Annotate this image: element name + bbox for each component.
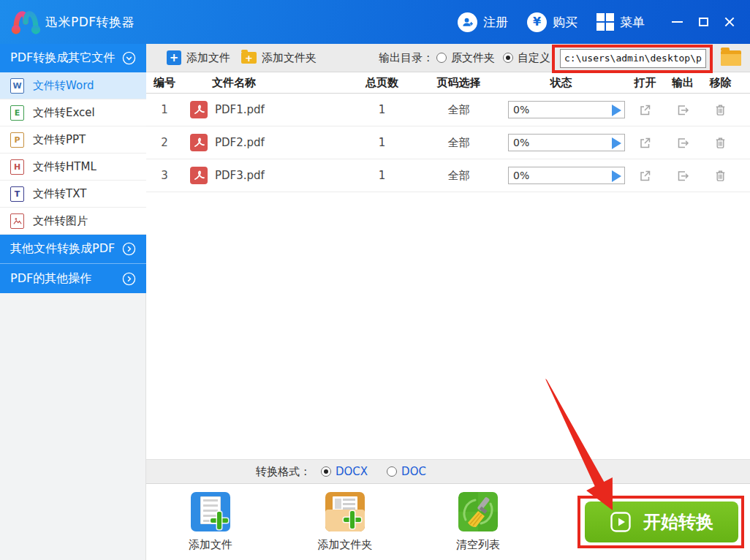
sidebar-section-pdf-to-other[interactable]: PDF转换成其它文件: [0, 44, 146, 72]
yen-icon: ¥: [527, 12, 547, 32]
open-output-icon[interactable]: [676, 169, 690, 183]
toolbar: + 添加文件 + 添加文件夹 输出目录： 原文件夹 自定义: [146, 44, 750, 72]
page-range[interactable]: 全部: [420, 169, 497, 183]
register-user-icon: [458, 12, 477, 32]
sidebar-item-pdf-to-excel[interactable]: E 文件转Excel: [0, 99, 146, 126]
buy-label: 购买: [553, 14, 577, 31]
play-icon[interactable]: [612, 170, 621, 182]
menu-button[interactable]: 菜单: [596, 13, 645, 31]
open-file-icon[interactable]: [638, 136, 652, 150]
maximize-button[interactable]: [690, 10, 716, 34]
output-dir-label: 输出目录：: [379, 51, 433, 65]
add-folder-big-button[interactable]: 添加文件夹: [301, 492, 389, 552]
docx-label: DOCX: [336, 465, 368, 478]
pdf-file-icon: [190, 134, 208, 151]
add-file-icon: +: [167, 50, 181, 65]
col-name: 文件名称: [183, 76, 344, 90]
table-row: 2 PDF2.pdf 1 全部 0%: [146, 126, 750, 159]
radio-icon[interactable]: [321, 466, 331, 477]
txt-file-icon: T: [10, 186, 24, 202]
close-button[interactable]: [716, 10, 743, 34]
radio-icon[interactable]: [387, 466, 397, 477]
progress-value: 0%: [513, 170, 529, 181]
delete-trash-icon[interactable]: [713, 136, 727, 150]
radio-custom-label: 自定义: [518, 51, 550, 65]
open-file-icon[interactable]: [638, 169, 652, 183]
section-label: PDF的其他操作: [10, 271, 91, 287]
excel-file-icon: E: [10, 105, 24, 121]
register-button[interactable]: 注册: [458, 12, 508, 32]
play-icon[interactable]: [612, 105, 621, 116]
register-label: 注册: [483, 14, 508, 31]
add-file-big-icon: [191, 492, 230, 531]
progress-bar: 0%: [508, 167, 625, 184]
chevron-right-circle-icon: [122, 242, 136, 256]
sidebar-section-pdf-other-ops[interactable]: PDF的其他操作: [0, 264, 146, 293]
output-path-input[interactable]: [560, 49, 706, 68]
radio-custom-folder[interactable]: 自定义: [503, 51, 550, 65]
add-file-button[interactable]: + 添加文件: [167, 50, 230, 65]
file-name: PDF1.pdf: [215, 103, 344, 116]
item-label: 文件转TXT: [33, 187, 86, 201]
sidebar-item-pdf-to-ppt[interactable]: P 文件转PPT: [0, 126, 146, 154]
chevron-right-circle-icon: [122, 272, 136, 286]
sidebar-item-pdf-to-word[interactable]: W 文件转Word: [0, 72, 146, 99]
minimize-button[interactable]: [664, 10, 690, 34]
play-icon[interactable]: [612, 137, 621, 149]
buy-button[interactable]: ¥ 购买: [527, 12, 577, 32]
item-label: 文件转Excel: [33, 106, 95, 120]
progress-bar: 0%: [508, 134, 625, 151]
sidebar-item-pdf-to-txt[interactable]: T 文件转TXT: [0, 181, 146, 208]
sidebar-item-pdf-to-html[interactable]: H 文件转HTML: [0, 154, 146, 181]
start-convert-button[interactable]: 开始转换: [585, 502, 738, 542]
col-output: 输出: [665, 76, 700, 90]
page-range[interactable]: 全部: [420, 136, 497, 150]
col-open: 打开: [625, 76, 665, 90]
app-title: 迅米PDF转换器: [45, 0, 135, 44]
add-folder-big-icon: [325, 492, 365, 531]
section-label: 其他文件转换成PDF: [10, 241, 115, 257]
row-number: 2: [146, 136, 183, 149]
sidebar-section-other-to-pdf[interactable]: 其他文件转换成PDF: [0, 235, 146, 264]
delete-trash-icon[interactable]: [713, 103, 727, 117]
sidebar-items: W 文件转Word E 文件转Excel P 文件转PPT H 文件转HTML …: [0, 72, 146, 235]
item-label: 文件转Word: [33, 79, 94, 93]
titlebar: 迅米PDF转换器 注册 ¥ 购买: [0, 0, 750, 44]
radio-original-folder[interactable]: 原文件夹: [436, 51, 495, 65]
chevron-down-circle-icon: [122, 51, 136, 65]
add-folder-big-label: 添加文件夹: [318, 538, 373, 552]
html-file-icon: H: [10, 159, 24, 175]
row-number: 3: [146, 169, 183, 182]
radio-docx[interactable]: DOCX: [321, 465, 368, 478]
open-file-icon[interactable]: [638, 103, 652, 117]
file-table: 编号 文件名称 总页数 页码选择 状态 打开 输出 移除 1 PDF1.pdf …: [146, 72, 750, 192]
radio-doc[interactable]: DOC: [387, 465, 426, 478]
browse-folder-icon[interactable]: [721, 50, 741, 66]
col-num: 编号: [146, 76, 183, 90]
file-name: PDF3.pdf: [215, 169, 344, 182]
format-bar: 转换格式： DOCX DOC: [146, 459, 750, 484]
progress-value: 0%: [513, 104, 529, 116]
clear-list-button[interactable]: 清空列表: [434, 492, 522, 552]
app-window: 迅米PDF转换器 注册 ¥ 购买: [0, 0, 750, 560]
open-output-icon[interactable]: [676, 103, 690, 117]
menu-grid-icon: [596, 13, 614, 31]
delete-trash-icon[interactable]: [713, 169, 727, 183]
add-file-big-button[interactable]: 添加文件: [167, 492, 254, 552]
table-header: 编号 文件名称 总页数 页码选择 状态 打开 输出 移除: [146, 72, 750, 94]
menu-label: 菜单: [620, 14, 645, 31]
radio-icon[interactable]: [436, 53, 447, 63]
pdf-file-icon: [190, 167, 208, 184]
word-file-icon: W: [10, 78, 24, 94]
open-output-icon[interactable]: [676, 136, 690, 150]
page-range[interactable]: 全部: [420, 103, 497, 117]
doc-label: DOC: [401, 465, 426, 478]
col-remove: 移除: [700, 76, 740, 90]
item-label: 文件转HTML: [33, 160, 96, 174]
sidebar-item-pdf-to-image[interactable]: 文件转图片: [0, 208, 146, 235]
radio-icon[interactable]: [503, 53, 513, 63]
image-file-icon: [10, 213, 24, 229]
minimize-icon: [672, 21, 683, 23]
progress-bar: 0%: [508, 101, 625, 118]
add-folder-button[interactable]: + 添加文件夹: [241, 51, 317, 65]
